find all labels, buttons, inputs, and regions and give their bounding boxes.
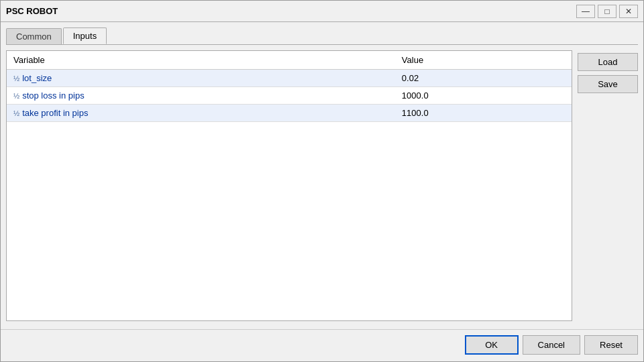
save-button[interactable]: Save [578,75,638,93]
minimize-button[interactable]: — [576,5,595,18]
window-title: PSC ROBOT [6,6,58,16]
load-button[interactable]: Load [578,53,638,71]
table-cell-variable: ½lot_size [7,70,395,87]
cancel-button[interactable]: Cancel [523,335,580,355]
dialog-window: PSC ROBOT — □ ✕ Common Inputs [0,0,644,362]
variable-type-icon: ½ [13,92,19,100]
col-header-value: Value [395,51,572,70]
tab-common[interactable]: Common [6,28,62,44]
reset-button[interactable]: Reset [584,335,638,355]
tab-inputs[interactable]: Inputs [63,27,107,44]
table-header-row: Variable Value [7,51,572,70]
table-row[interactable]: ½stop loss in pips1000.0 [7,87,572,105]
variable-name: lot_size [22,73,52,83]
side-buttons: Load Save [578,50,638,321]
table-cell-variable: ½take profit in pips [7,105,395,122]
maximize-button[interactable]: □ [598,5,616,18]
table-cell-value: 1000.0 [395,87,572,105]
title-bar: PSC ROBOT — □ ✕ [1,1,643,22]
close-button[interactable]: ✕ [619,5,638,18]
table-container: Variable Value ½lot_size0.02½stop loss i… [6,50,572,321]
table-row[interactable]: ½lot_size0.02 [7,70,572,87]
tabs-row: Common Inputs [6,27,638,44]
table-cell-variable: ½stop loss in pips [7,87,395,105]
bottom-bar: OK Cancel Reset [1,329,643,361]
title-bar-buttons: — □ ✕ [576,5,638,18]
variable-type-icon: ½ [13,74,19,82]
variable-name: stop loss in pips [22,90,85,101]
variable-name: take profit in pips [22,108,88,118]
ok-button[interactable]: OK [465,335,519,355]
table-cell-value: 0.02 [395,70,572,87]
table-cell-value: 1100.0 [395,105,572,122]
table-row[interactable]: ½take profit in pips1100.0 [7,105,572,122]
col-header-variable: Variable [7,51,395,70]
data-table: Variable Value ½lot_size0.02½stop loss i… [7,51,572,122]
main-area: Variable Value ½lot_size0.02½stop loss i… [6,44,638,321]
dialog-content: Common Inputs Variable Value [1,22,643,326]
variable-type-icon: ½ [13,109,19,117]
